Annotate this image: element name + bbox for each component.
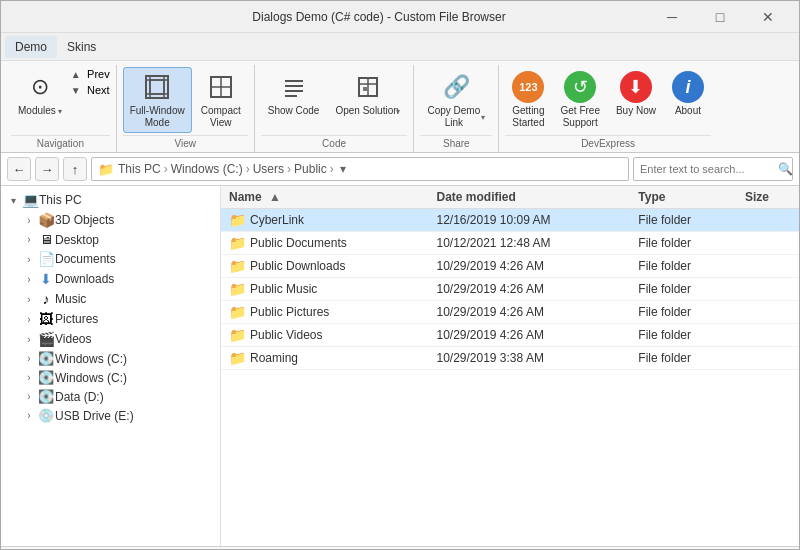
toggle-usb-e[interactable]: ›	[21, 410, 37, 421]
column-date[interactable]: Date modified	[428, 186, 630, 209]
breadcrumb-users[interactable]: Users	[253, 162, 284, 176]
toggle-windows-c2[interactable]: ›	[21, 372, 37, 383]
usb-e-label: USB Drive (E:)	[55, 409, 134, 423]
pictures-label: Pictures	[55, 312, 98, 326]
toggle-music[interactable]: ›	[21, 294, 37, 305]
tree-item-desktop[interactable]: › 🖥 Desktop	[1, 230, 220, 249]
close-button[interactable]: ✕	[745, 2, 791, 32]
file-date-public-downloads: 10/29/2019 4:26 AM	[428, 255, 630, 278]
table-row[interactable]: 📁Public Downloads 10/29/2019 4:26 AM Fil…	[221, 255, 799, 278]
data-d-label: Data (D:)	[55, 390, 104, 404]
table-row[interactable]: 📁Public Pictures 10/29/2019 4:26 AM File…	[221, 301, 799, 324]
tree-item-downloads[interactable]: › ⬇ Downloads	[1, 269, 220, 289]
toggle-desktop[interactable]: ›	[21, 234, 37, 245]
prev-arrow-icon: ▲	[71, 69, 81, 80]
file-date-roaming: 10/29/2019 3:38 AM	[428, 347, 630, 370]
tree-item-this-pc[interactable]: ▾ 💻 This PC	[1, 190, 220, 210]
toggle-documents[interactable]: ›	[21, 254, 37, 265]
ribbon-group-devexpress: 123 GettingStarted ↺ Get FreeSupport ⬇ B…	[499, 65, 717, 152]
show-code-icon	[278, 71, 310, 103]
copy-demo-dropdown-icon: ▾	[481, 113, 485, 122]
music-label: Music	[55, 292, 86, 306]
maximize-button[interactable]: □	[697, 2, 743, 32]
tree-item-3d-objects[interactable]: › 📦 3D Objects	[1, 210, 220, 230]
this-pc-icon: 💻	[21, 192, 39, 208]
next-arrow-icon: ▼	[71, 85, 81, 96]
up-button[interactable]: ↑	[63, 157, 87, 181]
column-size[interactable]: Size	[737, 186, 799, 209]
menu-skins[interactable]: Skins	[57, 36, 106, 58]
column-name[interactable]: Name ▲	[221, 186, 428, 209]
toggle-data-d[interactable]: ›	[21, 391, 37, 402]
compact-view-icon	[205, 71, 237, 103]
tree-item-music[interactable]: › ♪ Music	[1, 289, 220, 309]
desktop-icon: 🖥	[37, 232, 55, 247]
toggle-pictures[interactable]: ›	[21, 314, 37, 325]
show-code-button[interactable]: Show Code	[261, 67, 327, 121]
svg-rect-1	[150, 80, 164, 94]
tree-item-windows-c1[interactable]: › 💽 Windows (C:)	[1, 349, 220, 368]
getting-started-label: GettingStarted	[512, 105, 544, 129]
getting-started-button[interactable]: 123 GettingStarted	[505, 67, 551, 133]
file-type-public-downloads: File folder	[630, 255, 737, 278]
minimize-button[interactable]: ─	[649, 2, 695, 32]
prev-button[interactable]: ▲ Prev	[71, 67, 110, 81]
search-input[interactable]	[640, 163, 778, 175]
folder-icon: 📁	[229, 350, 246, 366]
forward-button[interactable]: →	[35, 157, 59, 181]
tree-item-usb-e[interactable]: › 💿 USB Drive (E:)	[1, 406, 220, 425]
videos-icon: 🎬	[37, 331, 55, 347]
breadcrumb-public[interactable]: Public	[294, 162, 327, 176]
toggle-videos[interactable]: ›	[21, 334, 37, 345]
toggle-windows-c1[interactable]: ›	[21, 353, 37, 364]
ribbon-groups: ⊙ Modules ▾ ▲ Prev ▼ Next	[1, 65, 799, 152]
address-bar[interactable]: 📁 This PC › Windows (C:) › Users › Publi…	[91, 157, 629, 181]
window-title: Dialogs Demo (C# code) - Custom File Bro…	[109, 10, 649, 24]
tree-item-videos[interactable]: › 🎬 Videos	[1, 329, 220, 349]
desktop-label: Desktop	[55, 233, 99, 247]
tree-item-pictures[interactable]: › 🖼 Pictures	[1, 309, 220, 329]
next-button[interactable]: ▼ Next	[71, 83, 110, 97]
compact-view-button[interactable]: CompactView	[194, 67, 248, 133]
modules-icon: ⊙	[24, 71, 56, 103]
downloads-label: Downloads	[55, 272, 114, 286]
table-row[interactable]: 📁Public Documents 10/12/2021 12:48 AM Fi…	[221, 232, 799, 255]
tree-item-windows-c2[interactable]: › 💽 Windows (C:)	[1, 368, 220, 387]
modules-button[interactable]: ⊙ Modules ▾	[11, 67, 69, 121]
toggle-3d-objects[interactable]: ›	[21, 215, 37, 226]
toggle-this-pc[interactable]: ▾	[5, 195, 21, 206]
column-type[interactable]: Type	[630, 186, 737, 209]
tree-item-data-d[interactable]: › 💽 Data (D:)	[1, 387, 220, 406]
full-window-button[interactable]: Full-WindowMode	[123, 67, 192, 133]
file-name-public-music: Public Music	[250, 282, 317, 296]
table-row[interactable]: 📁CyberLink 12/16/2019 10:09 AM File fold…	[221, 209, 799, 232]
code-group-label: Code	[261, 135, 408, 152]
file-table-body: 📁CyberLink 12/16/2019 10:09 AM File fold…	[221, 209, 799, 370]
share-group-label: Share	[420, 135, 492, 152]
breadcrumb-thispc[interactable]: This PC	[118, 162, 161, 176]
menu-demo[interactable]: Demo	[5, 36, 57, 58]
about-button[interactable]: i About	[665, 67, 711, 121]
open-solution-button[interactable]: Open Solution ▾	[328, 67, 407, 121]
address-folder-icon: 📁	[98, 162, 114, 177]
table-row[interactable]: 📁Public Videos 10/29/2019 4:26 AM File f…	[221, 324, 799, 347]
table-row[interactable]: 📁Roaming 10/29/2019 3:38 AM File folder	[221, 347, 799, 370]
back-button[interactable]: ←	[7, 157, 31, 181]
about-label: About	[675, 105, 701, 117]
copy-demo-link-button[interactable]: 🔗 Copy DemoLink ▾	[420, 67, 492, 133]
folder-icon: 📁	[229, 281, 246, 297]
toggle-downloads[interactable]: ›	[21, 274, 37, 285]
bottom-bar: Text Document: Open Text Document	[1, 546, 799, 550]
buy-now-button[interactable]: ⬇ Buy Now	[609, 67, 663, 121]
table-row[interactable]: 📁Public Music 10/29/2019 4:26 AM File fo…	[221, 278, 799, 301]
copy-demo-link-icon: 🔗	[440, 71, 472, 103]
get-free-support-button[interactable]: ↺ Get FreeSupport	[553, 67, 606, 133]
breadcrumb-windows[interactable]: Windows (C:)	[171, 162, 243, 176]
tree-item-documents[interactable]: › 📄 Documents	[1, 249, 220, 269]
address-dropdown-icon[interactable]: ▾	[340, 162, 346, 176]
documents-icon: 📄	[37, 251, 55, 267]
search-box[interactable]: 🔍	[633, 157, 793, 181]
file-type-public-videos: File folder	[630, 324, 737, 347]
modules-dropdown-icon: ▾	[58, 107, 62, 116]
full-window-icon	[141, 71, 173, 103]
